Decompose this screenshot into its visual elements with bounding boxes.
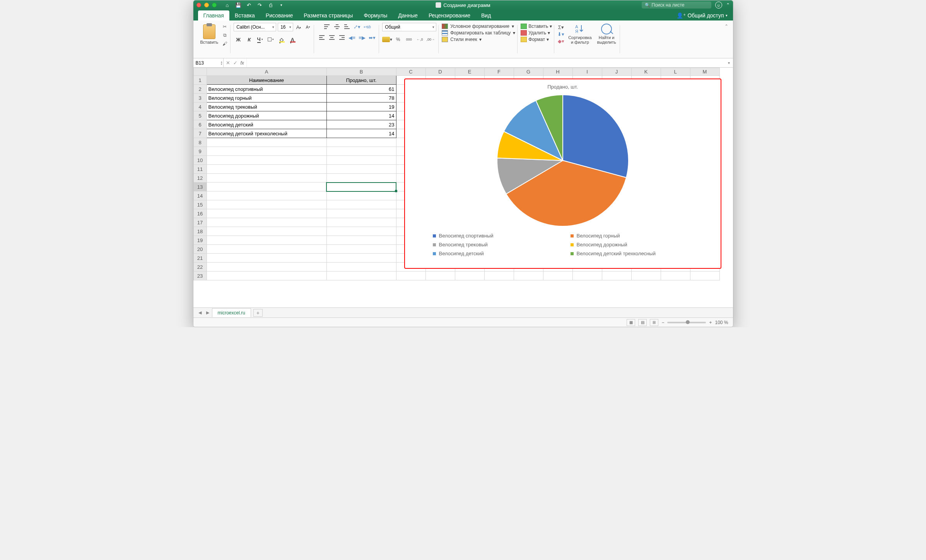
clear-icon[interactable]: ◆▾ bbox=[557, 38, 564, 44]
cell[interactable]: 14 bbox=[326, 111, 396, 120]
align-top-button[interactable] bbox=[322, 23, 331, 31]
pie-chart[interactable]: Продано, шт. Велосипед спортивныйВелосип… bbox=[404, 79, 721, 269]
format-as-table-button[interactable]: Форматировать как таблицу ▾ bbox=[442, 30, 515, 36]
cell[interactable] bbox=[326, 245, 396, 254]
borders-button[interactable] bbox=[266, 35, 275, 44]
row-header[interactable]: 2 bbox=[193, 85, 207, 94]
sheet-nav-prev-icon[interactable]: ◀ bbox=[196, 309, 203, 316]
tab-home[interactable]: Главная bbox=[198, 10, 229, 20]
cell[interactable] bbox=[326, 227, 396, 236]
zoom-out-button[interactable]: − bbox=[661, 320, 664, 325]
column-header[interactable]: H bbox=[543, 68, 572, 76]
cell[interactable] bbox=[207, 174, 326, 183]
cell[interactable] bbox=[207, 165, 326, 174]
row-header[interactable]: 16 bbox=[193, 209, 207, 218]
font-size-select[interactable]: 16 bbox=[278, 23, 293, 31]
align-bottom-button[interactable] bbox=[342, 23, 352, 31]
row-header[interactable]: 7 bbox=[193, 129, 207, 138]
accounting-format-button[interactable]: ▾ bbox=[382, 35, 392, 44]
row-header[interactable]: 21 bbox=[193, 254, 207, 263]
decrease-indent-button[interactable]: ◀≡ bbox=[347, 34, 357, 41]
column-header[interactable]: D bbox=[425, 68, 455, 76]
cell[interactable] bbox=[326, 236, 396, 245]
cell[interactable] bbox=[207, 227, 326, 236]
cell[interactable] bbox=[207, 156, 326, 165]
bold-button[interactable]: Ж bbox=[234, 35, 243, 44]
tab-data[interactable]: Данные bbox=[393, 10, 423, 20]
tab-insert[interactable]: Вставка bbox=[229, 10, 260, 20]
cell[interactable] bbox=[484, 271, 514, 280]
cell[interactable] bbox=[326, 138, 396, 147]
cell[interactable]: 61 bbox=[326, 85, 396, 94]
cell[interactable] bbox=[425, 271, 455, 280]
row-header[interactable]: 6 bbox=[193, 120, 207, 129]
sheet-tab-active[interactable]: microexcel.ru bbox=[212, 308, 251, 317]
delete-cells-button[interactable]: Удалить ▾ bbox=[521, 30, 550, 36]
cancel-formula-icon[interactable]: ✕ bbox=[226, 60, 230, 66]
format-painter-icon[interactable]: 🖌 bbox=[221, 41, 228, 47]
merge-cells-button[interactable]: ⬌▾ bbox=[367, 34, 377, 41]
column-header[interactable]: I bbox=[572, 68, 602, 76]
orientation-button[interactable]: ⤢▾ bbox=[352, 23, 362, 31]
row-header[interactable]: 11 bbox=[193, 165, 207, 174]
qat-customize-icon[interactable]: ▾ bbox=[278, 2, 285, 8]
view-page-layout-button[interactable]: ▤ bbox=[638, 319, 647, 326]
cell[interactable]: Наименование bbox=[207, 76, 326, 85]
formula-input[interactable] bbox=[247, 58, 725, 67]
align-right-button[interactable] bbox=[337, 34, 347, 41]
save-icon[interactable]: 💾 bbox=[235, 2, 241, 8]
cell[interactable] bbox=[690, 271, 719, 280]
sheet-nav-next-icon[interactable]: ▶ bbox=[204, 309, 211, 316]
cell[interactable] bbox=[207, 191, 326, 200]
cell[interactable] bbox=[326, 263, 396, 271]
row-header[interactable]: 10 bbox=[193, 156, 207, 165]
cell[interactable] bbox=[455, 271, 484, 280]
column-header[interactable]: C bbox=[396, 68, 425, 76]
user-account-icon[interactable]: ☺ bbox=[715, 2, 722, 9]
row-header[interactable]: 9 bbox=[193, 147, 207, 156]
row-header[interactable]: 15 bbox=[193, 200, 207, 209]
row-header[interactable]: 13 bbox=[193, 183, 207, 191]
fill-color-button[interactable]: ◇ bbox=[277, 35, 286, 44]
column-header[interactable]: G bbox=[514, 68, 543, 76]
select-all-corner[interactable] bbox=[193, 68, 207, 76]
cell[interactable] bbox=[207, 147, 326, 156]
cell[interactable]: Велосипед горный bbox=[207, 94, 326, 102]
row-header[interactable]: 23 bbox=[193, 271, 207, 280]
fx-icon[interactable]: fx bbox=[241, 60, 244, 66]
ribbon-collapse-icon[interactable]: ⌃ bbox=[723, 22, 730, 56]
cell[interactable] bbox=[207, 263, 326, 271]
zoom-in-button[interactable]: + bbox=[709, 320, 712, 325]
cell[interactable] bbox=[326, 174, 396, 183]
row-header[interactable]: 8 bbox=[193, 138, 207, 147]
tab-draw[interactable]: Рисование bbox=[260, 10, 299, 20]
cell[interactable] bbox=[514, 271, 543, 280]
number-format-select[interactable]: Общий bbox=[382, 23, 436, 31]
cell[interactable]: 78 bbox=[326, 94, 396, 102]
increase-indent-button[interactable]: ≡▶ bbox=[357, 34, 367, 41]
cell[interactable] bbox=[661, 271, 690, 280]
column-header[interactable]: E bbox=[455, 68, 484, 76]
column-header[interactable]: A bbox=[207, 68, 326, 76]
format-cells-button[interactable]: Формат ▾ bbox=[521, 37, 549, 42]
formula-bar-expand-icon[interactable]: ▾ bbox=[725, 58, 733, 67]
decrease-decimal-button[interactable]: ,00→ bbox=[425, 35, 436, 44]
cell[interactable]: Велосипед спортивный bbox=[207, 85, 326, 94]
column-header[interactable]: F bbox=[484, 68, 514, 76]
home-icon[interactable]: ⌂ bbox=[224, 2, 231, 8]
sheet-search-input[interactable]: 🔍 Поиск на листе bbox=[642, 2, 711, 9]
cell[interactable] bbox=[543, 271, 572, 280]
comma-format-button[interactable]: 000 bbox=[404, 35, 414, 44]
tab-page-layout[interactable]: Разметка страницы bbox=[298, 10, 358, 20]
column-header[interactable]: K bbox=[631, 68, 661, 76]
column-header[interactable]: M bbox=[690, 68, 719, 76]
find-select-button[interactable]: Найти и выделить bbox=[596, 23, 618, 45]
cell[interactable] bbox=[207, 218, 326, 227]
cell[interactable]: 14 bbox=[326, 129, 396, 138]
cell[interactable] bbox=[207, 209, 326, 218]
fill-icon[interactable]: ⬇▾ bbox=[557, 31, 564, 37]
cell[interactable] bbox=[207, 271, 326, 280]
cell-styles-button[interactable]: Стили ячеек ▾ bbox=[442, 37, 482, 42]
cell[interactable]: 23 bbox=[326, 120, 396, 129]
copy-icon[interactable]: ⧉ bbox=[221, 32, 228, 38]
